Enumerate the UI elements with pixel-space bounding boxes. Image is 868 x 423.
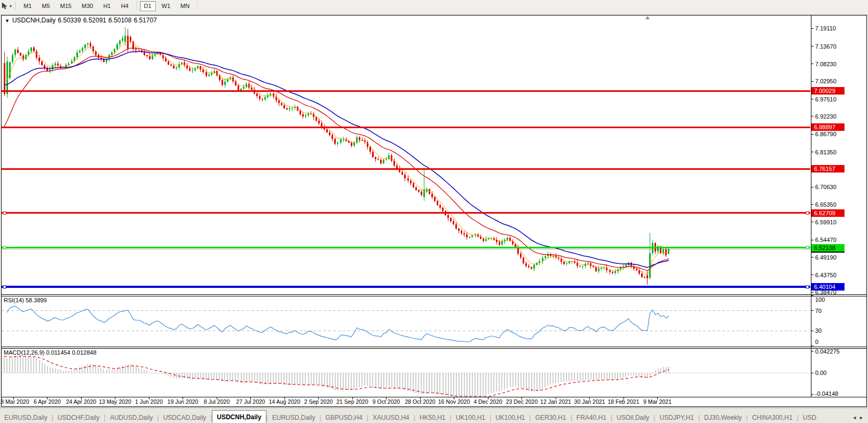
tab-usdjpy-h1[interactable]: USDJPY,H1 [655,412,698,423]
timeframe-toolbar: ▾ M1M5M15M30H1H4D1W1MN [0,0,868,15]
date-label: 1 Jun 2020 [135,398,163,405]
price-tick-label: 6.54470 [815,237,837,243]
date-label: 12 Jan 2021 [540,398,571,405]
price-tick-label: 6.65350 [815,201,837,208]
tab-scroll-arrows[interactable]: ◄► [852,415,866,420]
chevron-down-icon[interactable]: ▾ [10,4,12,9]
date-label: 4 Dec 2020 [474,398,502,405]
chart-tab-bar: EURUSD,Daily|USDCHF,Daily|AUDUSD,Daily|U… [0,408,868,423]
high-value: 6.52091 [83,17,106,24]
timeframe-buttons: M1M5M15M30H1H4D1W1MN [19,1,201,11]
tab-eurusd-daily[interactable]: EURUSD,Daily [268,412,320,423]
date-label: 8 Jul 2020 [204,398,230,405]
macd-name: MACD(12,26,9) [4,349,44,356]
toolbar-separator [197,2,198,10]
tab-fra40-h1[interactable]: FRA40,H1 [572,412,611,423]
toolbar-grip [15,2,16,10]
rsi-value: 58.3899 [26,297,47,303]
timeframe-button-m30[interactable]: M30 [77,1,97,11]
toolbar-separator [136,2,137,10]
toolbar-left-group: ▾ M1M5M15M30H1H4D1W1MN [0,1,201,11]
date-label: 14 Aug 2020 [269,398,301,405]
trading-app: ▾ M1M5M15M30H1H4D1W1MN ▼USDCNH,Daily6.50… [0,0,868,423]
timeframe-button-h4[interactable]: H4 [116,1,132,11]
macd-scale-label: 0.00 [815,370,826,376]
rsi-name: RSI(14) [4,297,24,303]
level-price-badge: 6.88897 [811,123,845,131]
tab-uk100-h1[interactable]: UK100,H1 [491,412,529,423]
price-tick-label: 6.43750 [815,272,837,278]
macd-signal-value: 0.012848 [72,349,97,356]
date-label: 18 Mar 2020 [0,398,29,405]
tab-usoil-daily[interactable]: USOil,Daily [612,412,653,423]
chart-cursor-icon[interactable] [0,2,10,11]
rsi-scale-label: 100 [815,296,825,303]
date-label: 2 Sep 2020 [304,398,333,405]
tab-eurusd-daily[interactable]: EURUSD,Daily [0,412,52,423]
price-tick-label: 7.02950 [815,78,837,84]
macd-indicator-label: MACD(12,26,9) 0.011454 0.012848 [4,349,97,356]
date-label: 18 Feb 2021 [608,398,640,405]
price-tick-label: 6.92230 [815,113,837,120]
open-value: 6.50339 [58,17,81,24]
tab-scroll-left-icon[interactable]: ◄ [852,415,859,420]
timeframe-button-w1[interactable]: W1 [157,1,175,11]
date-label: 30 Jan 2021 [574,398,605,405]
tab-audusd-daily[interactable]: AUDUSD,Daily [106,412,157,423]
collapse-arrow-icon[interactable]: ▼ [5,18,10,24]
price-tick-label: 7.08230 [815,61,837,67]
level-price-badge: 6.62709 [811,209,845,217]
rsi-indicator-label: RSI(14) 58.3899 [4,297,47,303]
tab-ger30-h1[interactable]: GER30,H1 [531,412,571,423]
low-value: 6.50108 [108,17,131,24]
macd-scale-label: 0.042275 [815,348,840,355]
symbol-period-label: USDCNH,Daily [12,17,56,24]
timeframe-button-m5[interactable]: M5 [37,1,54,11]
level-price-badge: 6.76157 [811,165,845,173]
timeframe-button-m1[interactable]: M1 [19,1,36,11]
date-label: 24 Apr 2020 [66,398,97,405]
level-price-badge: 6.52138 [811,244,845,252]
chart-window [1,15,867,407]
tab-usd[interactable]: USD [799,412,820,423]
price-tick-label: 6.49190 [815,254,837,261]
date-label: 6 Apr 2020 [34,398,61,405]
tab-dj30-weekly[interactable]: DJ30,Weekly [700,412,746,423]
date-label: 28 Oct 2020 [405,398,435,405]
timeframe-button-m15[interactable]: M15 [56,1,76,11]
price-tick-label: 7.13670 [815,43,837,50]
tab-xauusd-h4[interactable]: XAUUSD,H4 [368,412,414,423]
price-tick-label: 6.70630 [815,184,837,190]
timeframe-button-mn[interactable]: MN [176,1,194,11]
price-tick-label: 6.81350 [815,149,837,155]
tab-usdchf-daily[interactable]: USDCHF,Daily [53,412,104,423]
macd-scale-label: -0.04148 [815,390,838,397]
tab-hk50-h1[interactable]: HK50,H1 [415,412,450,423]
date-label: 9 Oct 2020 [373,398,400,405]
date-label: 23 Dec 2020 [506,398,538,405]
price-tick-label: 6.97510 [815,96,837,103]
tab-usdcad-daily[interactable]: USDCAD,Daily [159,412,210,423]
date-label: 9 Mar 2021 [643,398,672,405]
date-label: 27 Jul 2020 [236,398,265,405]
tab-usdcnh-daily[interactable]: USDCNH,Daily [212,410,266,423]
rsi-scale-label: 70 [815,308,822,314]
date-label: 19 Jun 2020 [168,398,199,405]
rsi-scale-label: 30 [815,327,822,334]
chart-title: ▼USDCNH,Daily6.503396.520916.501086.5170… [5,17,159,24]
tab-gbpusd-h4[interactable]: GBPUSD,H4 [321,412,367,423]
price-tick-label: 6.59910 [815,219,837,225]
cursor-arrow-icon [1,2,9,10]
tab-china300-h1[interactable]: CHINA300,H1 [748,412,797,423]
level-price-badge: 6.40104 [811,283,845,291]
price-tick-label: 6.86790 [815,131,837,137]
level-price-badge: 7.00029 [811,87,845,95]
tab-scroll-right-icon[interactable]: ► [859,415,866,420]
date-label: 16 Nov 2020 [438,398,470,405]
rsi-scale-label: 0 [815,339,818,345]
timeframe-button-h1[interactable]: H1 [99,1,115,11]
chart-tabs: EURUSD,Daily|USDCHF,Daily|AUDUSD,Daily|U… [0,408,850,423]
tab-uk100-h1[interactable]: UK100,H1 [452,412,490,423]
timeframe-button-d1[interactable]: D1 [140,1,156,11]
price-tick-label: 7.19110 [815,25,836,32]
